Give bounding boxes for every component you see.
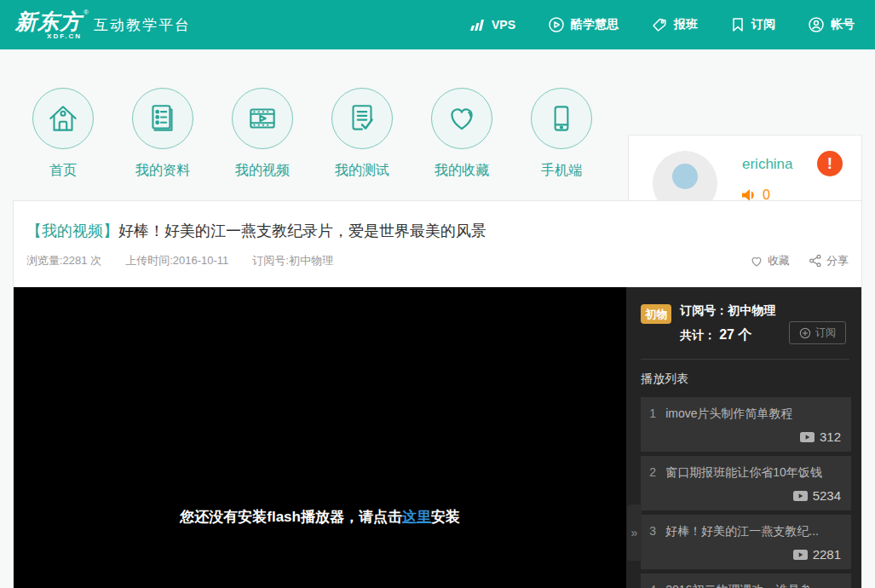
nav-item-label: VPS	[492, 18, 515, 32]
plus-circle-icon	[799, 327, 811, 339]
video-title-text: 好棒！好美的江一燕支教纪录片，爱是世界最美的风景	[118, 222, 486, 239]
avatar-head	[672, 164, 698, 189]
playlist-item[interactable]: 2 窗口期报班能让你省10年饭钱 5234	[641, 456, 851, 510]
playlist-item-title: 窗口期报班能让你省10年饭钱	[665, 465, 822, 481]
subscribe-label: 订阅	[815, 326, 836, 340]
flash-message-post: 安装	[431, 509, 460, 525]
player-row: 您还没有安装flash播放器，请点击这里安装 » 初物 订阅号：初中物理 共计：…	[14, 287, 861, 588]
sidebar-collapse-handle[interactable]: »	[627, 504, 642, 561]
playlist: 1 imove片头制作简单教程 312 2 窗口期报班能让你省10年饭钱	[641, 397, 851, 588]
quick-nav-favorites[interactable]: 我的收藏	[431, 88, 492, 180]
share-icon	[809, 254, 822, 268]
playlist-item-number: 3	[649, 524, 665, 539]
upload-date-stat: 上传时间:2016-10-11	[125, 253, 228, 268]
main-content-card: 【我的视频】好棒！好美的江一燕支教纪录片，爱是世界最美的风景 浏览量:2281 …	[13, 200, 862, 588]
header-nav: VPS 酷学慧思 报班 订阅 帐号	[469, 16, 855, 33]
logo-text: 新东方®	[15, 11, 82, 32]
phone-icon	[531, 88, 592, 149]
flash-install-link[interactable]: 这里	[402, 509, 431, 525]
chevron-right-icon: »	[631, 526, 638, 539]
playlist-item-number: 1	[649, 406, 665, 422]
playlist-item[interactable]: 4 2016初二物理课改：谁是参...	[641, 574, 851, 588]
heart-outline-icon	[750, 255, 763, 268]
nav-item-baoban[interactable]: 报班	[651, 16, 698, 33]
share-button[interactable]: 分享	[809, 253, 849, 268]
documents-icon	[132, 88, 193, 149]
video-player[interactable]: 您还没有安装flash播放器，请点击这里安装	[14, 287, 626, 588]
views-stat: 浏览量:2281 次	[26, 253, 101, 268]
subscription-stat: 订阅号:初中物理	[252, 253, 333, 268]
total-label: 共计：	[680, 328, 716, 342]
playlist-item-line: 2 窗口期报班能让你省10年饭钱	[649, 465, 841, 481]
playlist-item-count: 5234	[813, 488, 841, 503]
subscribe-button[interactable]: 订阅	[789, 321, 846, 344]
playlist-item-title: imove片头制作简单教程	[665, 406, 792, 422]
nav-item-kuxue[interactable]: 酷学慧思	[548, 16, 619, 33]
video-title: 【我的视频】好棒！好美的江一燕支教纪录片，爱是世界最美的风景	[26, 221, 849, 241]
subscription-name: 订阅号：初中物理	[680, 303, 851, 319]
quick-nav-label: 手机端	[541, 162, 582, 180]
nav-item-dingyue[interactable]: 订阅	[730, 16, 775, 33]
play-badge-icon	[793, 550, 808, 560]
heart-icon	[431, 88, 492, 149]
bookmark-icon	[730, 16, 745, 33]
playlist-item-number: 4	[649, 583, 665, 588]
tag-icon	[651, 16, 668, 33]
playlist-item[interactable]: 1 imove片头制作简单教程 312	[641, 397, 851, 452]
logo-domain: XDF.CN	[15, 33, 82, 40]
quick-nav-label: 我的资料	[135, 162, 190, 180]
top-header: 新东方® XDF.CN 互动教学平台 VPS 酷学慧思 报班 订阅	[0, 0, 875, 49]
platform-title: 互动教学平台	[94, 15, 191, 35]
playlist-item-title: 好棒！好美的江一燕支教纪...	[665, 524, 819, 539]
favorite-button[interactable]: 收藏	[750, 253, 790, 268]
subscription-info: 初物 订阅号：初中物理 共计： 27 个 订阅	[641, 303, 851, 344]
username: erichina	[742, 156, 793, 173]
home-icon	[32, 88, 94, 149]
playlist-item-line: 4 2016初二物理课改：谁是参...	[649, 583, 841, 588]
subscription-badge: 初物	[641, 304, 671, 324]
playlist-item-views: 312	[800, 429, 841, 444]
playlist-item-views: 2281	[793, 547, 841, 562]
playlist-title: 播放列表	[641, 372, 851, 387]
video-stats-row: 浏览量:2281 次 上传时间:2016-10-11 订阅号:初中物理 收藏 分…	[26, 253, 849, 268]
playlist-item[interactable]: 3 好棒！好美的江一燕支教纪... 2281	[641, 515, 851, 569]
quick-nav-label: 我的收藏	[435, 162, 489, 180]
total-value: 27 个	[719, 327, 751, 342]
quick-nav-tests[interactable]: 我的测试	[331, 88, 393, 180]
quick-nav-label: 首页	[49, 162, 77, 180]
quick-nav-materials[interactable]: 我的资料	[132, 88, 193, 180]
quick-nav-home[interactable]: 首页	[32, 88, 94, 180]
video-category-tag: 【我的视频】	[26, 222, 118, 239]
playlist-item-line: 3 好棒！好美的江一燕支教纪...	[649, 524, 841, 539]
playlist-sidebar: 初物 订阅号：初中物理 共计： 27 个 订阅 播放列表	[626, 287, 861, 588]
bars-icon	[469, 17, 486, 32]
quick-nav-mobile[interactable]: 手机端	[531, 88, 592, 180]
nav-item-label: 酷学慧思	[571, 17, 619, 32]
video-info-head: 【我的视频】好棒！好美的江一燕支教纪录片，爱是世界最美的风景 浏览量:2281 …	[14, 201, 861, 287]
share-label: 分享	[826, 253, 849, 268]
xdf-logo[interactable]: 新东方® XDF.CN	[15, 11, 82, 40]
user-icon	[808, 16, 825, 33]
flash-message-pre: 您还没有安装flash播放器，请点击	[180, 509, 402, 525]
play-circle-icon	[548, 16, 565, 33]
nav-item-label: 帐号	[831, 17, 855, 32]
playlist-item-number: 2	[649, 465, 665, 481]
test-icon	[331, 88, 393, 149]
quick-nav-label: 我的测试	[335, 162, 389, 180]
quick-nav-label: 我的视频	[235, 162, 290, 180]
flash-warning-message: 您还没有安装flash播放器，请点击这里安装	[14, 507, 626, 527]
quick-nav-videos[interactable]: 我的视频	[232, 88, 293, 180]
nav-item-label: 订阅	[751, 17, 775, 32]
play-badge-icon	[800, 432, 815, 442]
play-badge-icon	[793, 491, 808, 501]
nav-item-label: 报班	[674, 17, 698, 32]
alert-badge[interactable]: !	[817, 151, 843, 176]
favorite-label: 收藏	[768, 253, 790, 268]
video-icon	[232, 88, 293, 149]
nav-item-account[interactable]: 帐号	[808, 16, 855, 33]
sidebar-divider	[641, 359, 849, 360]
quick-nav-section: 首页 我的资料 我的视频 我的测试 我的收藏	[0, 49, 875, 200]
registered-mark: ®	[83, 9, 89, 16]
nav-item-vps[interactable]: VPS	[469, 17, 515, 32]
playlist-item-count: 312	[820, 429, 841, 444]
